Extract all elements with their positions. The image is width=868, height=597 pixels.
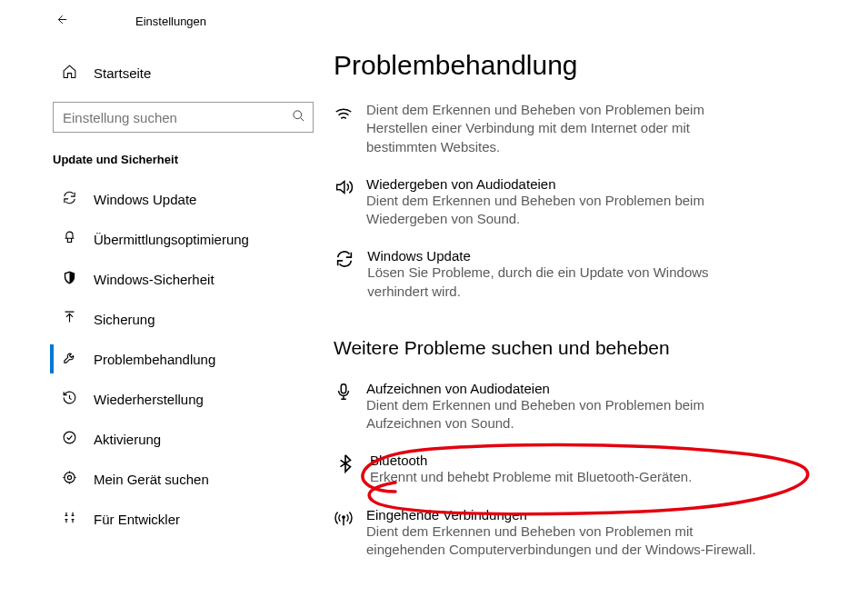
sidebar-item-troubleshoot[interactable]: Problembehandlung [0, 339, 314, 379]
sidebar-item-delivery-optimization[interactable]: Übermittlungsoptimierung [0, 219, 314, 259]
sidebar-item-recovery[interactable]: Wiederherstellung [0, 379, 314, 419]
troubleshooter-title: Aufzeichnen von Audiodateien [366, 381, 761, 396]
microphone-icon [334, 381, 354, 433]
svg-point-0 [293, 110, 301, 118]
troubleshooter-internet[interactable]: Dient dem Erkennen und Beheben von Probl… [334, 101, 761, 156]
sidebar-item-activation[interactable]: Aktivierung [0, 419, 314, 459]
sidebar-item-label: Für Entwickler [94, 512, 180, 527]
sidebar-item-label: Sicherung [94, 312, 155, 327]
check-circle-icon [62, 430, 77, 448]
svg-rect-4 [341, 384, 346, 393]
troubleshooter-incoming-connections[interactable]: Eingehende Verbindungen Dient dem Erkenn… [334, 507, 761, 560]
svg-point-2 [67, 475, 71, 479]
shield-icon [62, 270, 77, 288]
main-content: Problembehandlung Dient dem Erkennen und… [314, 0, 868, 597]
troubleshooter-desc: Dient dem Erkennen und Beheben von Probl… [366, 192, 761, 229]
svg-point-5 [343, 515, 344, 517]
search-icon [284, 109, 313, 126]
troubleshooter-desc: Erkennt und behebt Probleme mit Bluetoot… [370, 468, 692, 486]
sidebar-item-windows-security[interactable]: Windows-Sicherheit [0, 259, 314, 299]
troubleshooter-bluetooth[interactable]: Bluetooth Erkennt und behebt Probleme mi… [334, 453, 761, 486]
window-title: Einstellungen [135, 15, 206, 28]
sidebar: Einstellungen Startseite Update und Sich… [0, 0, 314, 597]
sidebar-item-for-developers[interactable]: Für Entwickler [0, 499, 314, 539]
sidebar-nav: Windows Update Übermittlungsoptimierung … [0, 179, 314, 539]
developer-icon [62, 510, 77, 528]
delivery-icon [62, 230, 77, 248]
home-icon [62, 64, 77, 82]
troubleshooter-windows-update[interactable]: Windows Update Lösen Sie Probleme, durch… [334, 248, 761, 301]
back-icon[interactable] [55, 13, 68, 29]
troubleshooter-desc: Dient dem Erkennen und Beheben von Probl… [366, 101, 761, 156]
location-icon [62, 470, 77, 488]
page-title: Problembehandlung [334, 50, 832, 81]
sidebar-item-label: Wiederherstellung [94, 392, 204, 407]
sidebar-item-find-my-device[interactable]: Mein Gerät suchen [0, 459, 314, 499]
section-title: Weitere Probleme suchen und beheben [334, 337, 832, 359]
sync-icon [62, 190, 77, 208]
sidebar-home[interactable]: Startseite [0, 55, 314, 91]
sidebar-item-label: Mein Gerät suchen [94, 472, 209, 487]
speaker-icon [334, 176, 354, 229]
sidebar-item-windows-update[interactable]: Windows Update [0, 179, 314, 219]
sidebar-item-label: Windows-Sicherheit [94, 272, 215, 287]
sidebar-item-label: Aktivierung [94, 432, 161, 447]
troubleshooter-title: Windows Update [367, 248, 761, 264]
history-icon [62, 390, 77, 408]
troubleshooter-desc: Lösen Sie Probleme, durch die ein Update… [367, 264, 761, 301]
troubleshooter-desc: Dient dem Erkennen und Beheben von Probl… [366, 522, 761, 560]
troubleshooter-title: Wiedergeben von Audiodateien [366, 176, 761, 192]
troubleshooter-audio-recording[interactable]: Aufzeichnen von Audiodateien Dient dem E… [334, 381, 761, 433]
troubleshooter-title: Eingehende Verbindungen [366, 507, 761, 522]
search-input[interactable] [53, 102, 314, 133]
sidebar-item-label: Übermittlungsoptimierung [94, 232, 249, 247]
troubleshooter-desc: Dient dem Erkennen und Beheben von Probl… [366, 396, 761, 433]
troubleshooter-title: Bluetooth [370, 453, 692, 468]
sidebar-item-backup[interactable]: Sicherung [0, 299, 314, 339]
sidebar-item-label: Problembehandlung [94, 352, 215, 367]
svg-point-3 [65, 473, 75, 483]
sidebar-item-label: Windows Update [94, 192, 196, 207]
wrench-icon [62, 350, 77, 368]
update-icon [334, 248, 354, 301]
internet-icon [334, 101, 354, 156]
bluetooth-icon [334, 453, 357, 486]
troubleshooter-audio-playback[interactable]: Wiedergeben von Audiodateien Dient dem E… [334, 176, 761, 229]
sidebar-category: Update und Sicherheit [0, 144, 314, 174]
backup-icon [62, 310, 77, 328]
sidebar-home-label: Startseite [94, 65, 151, 81]
search-field[interactable] [54, 110, 284, 125]
svg-point-1 [64, 432, 75, 443]
antenna-icon [334, 507, 354, 560]
titlebar: Einstellungen [0, 7, 314, 35]
